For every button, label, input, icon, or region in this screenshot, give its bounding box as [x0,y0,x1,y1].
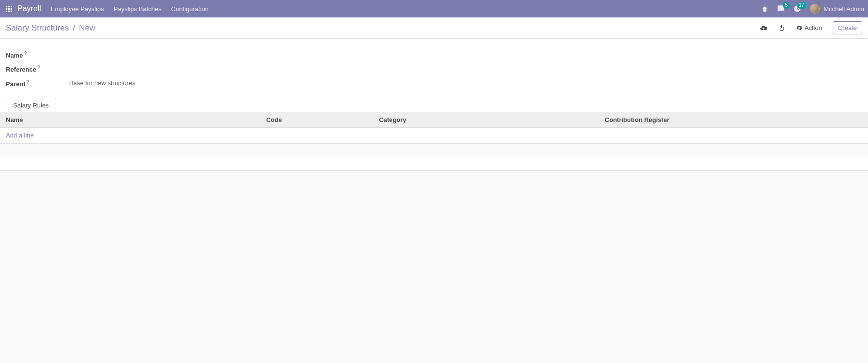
name-label: Name [6,52,23,59]
gear-icon [796,25,802,31]
form-fields: Name? Reference? Parent? Base for new st… [6,48,135,91]
nav-link-employee-payslips[interactable]: Employee Payslips [51,5,104,13]
activities-badge: 17 [797,2,806,9]
nav-right: 5 17 Mitchell Admin [761,4,864,14]
top-nav: Payroll Employee Payslips Payslips Batch… [0,0,868,17]
nav-link-payslips-batches[interactable]: Payslips Batches [114,5,162,13]
add-a-line[interactable]: Add a line [6,132,34,139]
action-label: Action [805,24,822,31]
discard-icon[interactable] [778,24,786,32]
user-menu[interactable]: Mitchell Admin [810,4,864,14]
help-icon[interactable]: ? [26,79,29,85]
tabs: Salary Rules Name Code Category Contribu… [6,97,862,143]
table-row: Add a line [0,127,868,143]
avatar-icon [810,4,820,14]
breadcrumb-current: New [79,23,95,33]
breadcrumbs: Salary Structures / New [6,23,95,33]
action-dropdown[interactable]: Action [796,24,822,31]
activities-icon[interactable]: 17 [793,5,801,13]
col-contribution-register[interactable]: Contribution Register [599,112,868,127]
control-panel: Salary Structures / New Action Create [0,17,868,39]
col-category[interactable]: Category [373,112,599,127]
help-icon[interactable]: ? [37,65,40,70]
messages-icon[interactable]: 5 [777,5,785,13]
app-title: Payroll [17,4,41,13]
reference-label: Reference [6,66,36,74]
parent-field[interactable]: Base for new structures [69,79,135,87]
salary-rules-table: Name Code Category Contribution Register… [0,112,868,143]
sheet-gap [0,144,868,156]
create-button[interactable]: Create [833,21,862,34]
nav-link-configuration[interactable]: Configuration [171,5,209,13]
parent-label: Parent [6,80,25,88]
apps-icon[interactable] [4,4,14,14]
control-panel-right: Action Create [760,21,862,34]
col-name[interactable]: Name [0,112,260,127]
debug-icon[interactable] [761,5,768,13]
help-icon[interactable]: ? [24,51,27,56]
col-code[interactable]: Code [260,112,373,127]
username: Mitchell Admin [823,5,864,13]
messages-badge: 5 [783,2,790,9]
breadcrumb-root[interactable]: Salary Structures [6,23,69,33]
cloud-save-icon[interactable] [760,24,767,32]
breadcrumb-separator: / [73,23,75,33]
chatter-bar [0,156,868,171]
tab-salary-rules[interactable]: Salary Rules [6,98,56,112]
form-sheet: Name? Reference? Parent? Base for new st… [0,39,868,144]
nav-links: Employee Payslips Payslips Batches Confi… [51,5,209,13]
